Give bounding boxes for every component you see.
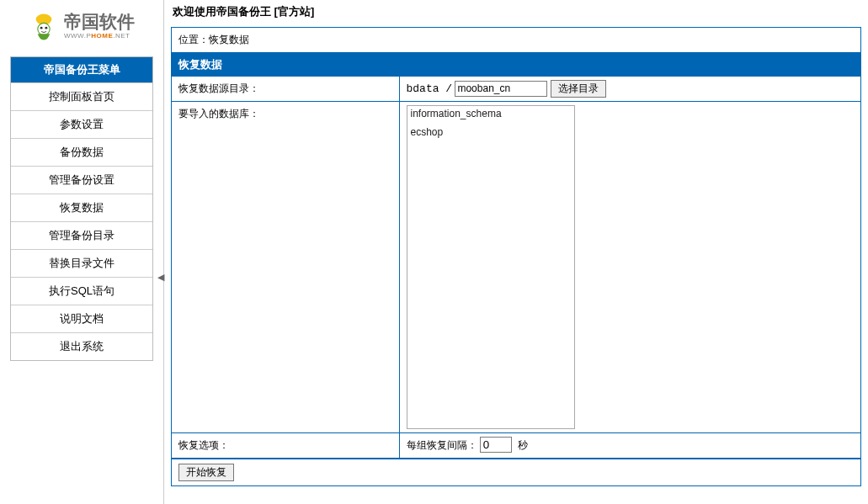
breadcrumb: 位置：恢复数据 bbox=[172, 28, 860, 53]
menu-item-run-sql[interactable]: 执行SQL语句 bbox=[11, 277, 152, 305]
collapse-handle-icon[interactable]: ◀ bbox=[157, 269, 164, 284]
interval-input[interactable] bbox=[480, 437, 512, 453]
db-option[interactable] bbox=[407, 150, 574, 153]
db-option[interactable]: ecshop bbox=[407, 125, 574, 140]
footer-row: 开始恢复 bbox=[172, 459, 860, 485]
page-title: 欢迎使用帝国备份王 [官方站] bbox=[171, 2, 861, 27]
source-dir-label: 恢复数据源目录： bbox=[172, 77, 399, 102]
source-dir-cell: bdata / 选择目录 bbox=[399, 77, 860, 102]
menu-title: 帝国备份王菜单 bbox=[11, 57, 152, 82]
import-db-label: 要导入的数据库： bbox=[172, 102, 399, 433]
database-listbox[interactable]: information_schema ecshop bbox=[407, 105, 575, 429]
restore-form-table: 恢复数据源目录： bdata / 选择目录 要导入的数据库： informati… bbox=[172, 77, 860, 459]
choose-dir-button[interactable]: 选择目录 bbox=[551, 80, 606, 98]
svg-rect-1 bbox=[37, 17, 51, 20]
db-option[interactable]: information_schema bbox=[407, 106, 574, 121]
menu-item-settings[interactable]: 参数设置 bbox=[11, 110, 152, 138]
menu-item-backup[interactable]: 备份数据 bbox=[11, 138, 152, 166]
restore-option-cell: 每组恢复间隔： 秒 bbox=[399, 433, 860, 459]
svg-point-3 bbox=[40, 27, 43, 29]
menu-item-docs[interactable]: 说明文档 bbox=[11, 305, 152, 332]
restore-option-label: 恢复选项： bbox=[172, 433, 399, 459]
start-restore-button[interactable]: 开始恢复 bbox=[178, 464, 234, 481]
logo-text-en: WWW.PHOME.NET bbox=[64, 32, 130, 40]
sidebar-menu: 帝国备份王菜单 控制面板首页 参数设置 备份数据 管理备份设置 恢复数据 管理备… bbox=[10, 56, 153, 361]
content-box: 位置：恢复数据 恢复数据 恢复数据源目录： bdata / 选择目录 要导入的数… bbox=[171, 27, 861, 486]
mascot-icon bbox=[29, 11, 59, 41]
interval-label: 每组恢复间隔： bbox=[407, 439, 477, 451]
logo-area: 帝国软件 WWW.PHOME.NET bbox=[10, 4, 153, 56]
sidebar: 帝国软件 WWW.PHOME.NET 帝国备份王菜单 控制面板首页 参数设置 备… bbox=[0, 0, 164, 504]
menu-item-manage-backup-config[interactable]: 管理备份设置 bbox=[11, 166, 152, 194]
menu-item-logout[interactable]: 退出系统 bbox=[11, 332, 152, 360]
svg-point-4 bbox=[45, 27, 47, 29]
menu-item-manage-backup-dir[interactable]: 管理备份目录 bbox=[11, 221, 152, 249]
menu-item-dashboard[interactable]: 控制面板首页 bbox=[11, 82, 152, 110]
interval-unit: 秒 bbox=[518, 439, 528, 451]
main-content: 欢迎使用帝国备份王 [官方站] 位置：恢复数据 恢复数据 恢复数据源目录： bd… bbox=[164, 0, 868, 504]
section-title: 恢复数据 bbox=[172, 53, 860, 77]
source-dir-input[interactable] bbox=[455, 81, 547, 97]
source-dir-prefix: bdata / bbox=[407, 82, 453, 95]
menu-item-restore[interactable]: 恢复数据 bbox=[11, 194, 152, 221]
svg-point-2 bbox=[38, 23, 50, 34]
logo-text-cn: 帝国软件 bbox=[64, 13, 135, 30]
import-db-cell: information_schema ecshop bbox=[399, 102, 860, 433]
menu-item-replace-files[interactable]: 替换目录文件 bbox=[11, 249, 152, 277]
